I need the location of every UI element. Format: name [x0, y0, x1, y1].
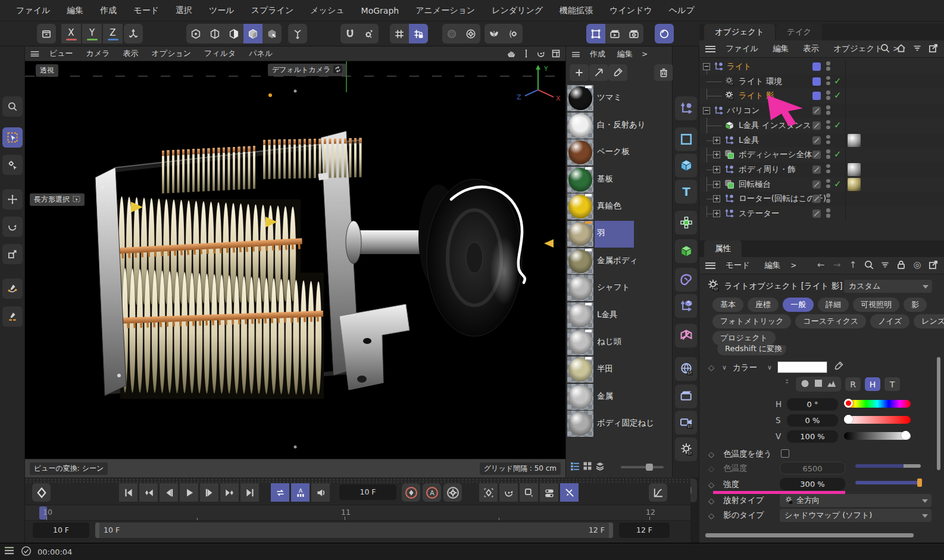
- color-system-r-button[interactable]: R: [845, 377, 861, 391]
- range-handle-end[interactable]: [609, 523, 613, 538]
- visibility-dots[interactable]: [826, 105, 830, 116]
- layer-color-toggle[interactable]: [812, 121, 821, 130]
- visibility-dot-editor[interactable]: [826, 149, 830, 154]
- visibility-dots[interactable]: [826, 135, 830, 146]
- visibility-dots[interactable]: [826, 120, 830, 131]
- snap-magnet-button[interactable]: [340, 24, 360, 43]
- hsv-h-knob[interactable]: [844, 399, 853, 408]
- layer-color-toggle[interactable]: [812, 62, 821, 71]
- next-key-button[interactable]: [220, 483, 239, 502]
- menubar-item-12[interactable]: ウインドウ: [602, 3, 660, 18]
- color-temp-slider[interactable]: [855, 464, 921, 468]
- queue-list-icon[interactable]: [5, 546, 15, 557]
- visibility-dot-render[interactable]: [826, 67, 830, 71]
- visibility-dot-render[interactable]: [826, 155, 830, 159]
- material-item[interactable]: L金具: [566, 302, 673, 329]
- projection-label[interactable]: 透視: [36, 64, 58, 77]
- material-menu-1[interactable]: 編集: [612, 48, 638, 61]
- attr-tab-レンズ効果[interactable]: レンズ効果: [914, 314, 944, 329]
- visibility-dot-editor[interactable]: [826, 164, 830, 168]
- filter-icon[interactable]: [879, 259, 891, 271]
- attr-tab-フォトメトリック[interactable]: フォトメトリック: [712, 314, 791, 329]
- visibility-dots[interactable]: [826, 149, 830, 160]
- layer-color-toggle[interactable]: [812, 180, 821, 189]
- points-mode-button[interactable]: [186, 24, 205, 43]
- menubar-item-3[interactable]: モード: [126, 3, 167, 18]
- create-sky-button[interactable]: ST: [675, 357, 697, 381]
- back-icon[interactable]: ←: [815, 259, 827, 271]
- viewport-menu-0[interactable]: ビュー: [43, 47, 79, 60]
- visibility-dot-editor[interactable]: [826, 179, 830, 183]
- expand-toggle[interactable]: −: [703, 63, 710, 70]
- material-thumbnail[interactable]: [567, 139, 593, 165]
- add-material-button[interactable]: [570, 64, 589, 81]
- attr-tab-プロジェクト[interactable]: プロジェクト: [712, 331, 776, 345]
- object-row[interactable]: +L金具: [699, 133, 944, 148]
- color-temp-field[interactable]: 6500: [780, 462, 845, 474]
- grid-toggle-button[interactable]: [390, 24, 409, 43]
- rect-select-tool-button[interactable]: [2, 127, 23, 148]
- object-name[interactable]: L金具: [739, 135, 759, 146]
- object-row[interactable]: STライト 影✓: [699, 89, 944, 103]
- visibility-dot-editor[interactable]: [826, 208, 830, 212]
- layer-color-toggle[interactable]: [812, 107, 821, 115]
- move-tool-button[interactable]: [2, 189, 23, 209]
- keyframe-settings-button[interactable]: [443, 483, 462, 502]
- visibility-dot-editor[interactable]: [826, 90, 830, 95]
- menubar-item-13[interactable]: ヘルプ: [661, 3, 702, 18]
- use-temp-key-diamond[interactable]: ◇: [708, 450, 714, 459]
- material-item[interactable]: 金属: [566, 384, 673, 411]
- enabled-check-icon[interactable]: ✓: [834, 149, 842, 159]
- shadow-type-key-diamond[interactable]: ◇: [708, 511, 714, 520]
- visibility-dots[interactable]: [826, 193, 830, 204]
- object-row[interactable]: +ボディ周り・飾: [699, 162, 944, 177]
- attribute-menu-1[interactable]: 編集: [758, 259, 787, 272]
- object-row[interactable]: +ステーター: [699, 207, 944, 221]
- create-axis-cube-button[interactable]: [675, 294, 697, 318]
- layer-color-toggle[interactable]: [812, 209, 821, 218]
- visibility-dot-render[interactable]: [826, 214, 830, 218]
- object-manager-menu-icon[interactable]: [705, 46, 715, 52]
- material-thumbnail[interactable]: [567, 85, 593, 111]
- create-plane-button[interactable]: [675, 127, 697, 151]
- visibility-dots[interactable]: [826, 208, 830, 219]
- attr-tab-可視照明[interactable]: 可視照明: [853, 298, 899, 312]
- goto-end-button[interactable]: [240, 483, 259, 502]
- key-parameters-button[interactable]: [540, 483, 558, 502]
- object-manager-tab-0[interactable]: オブジェクト: [704, 24, 775, 40]
- menubar-item-9[interactable]: アニメーション: [408, 3, 483, 18]
- light-type-dropdown[interactable]: 全方向: [780, 494, 932, 507]
- key-position-button[interactable]: [479, 483, 498, 502]
- preset-dropdown[interactable]: カスタム: [844, 280, 932, 293]
- intensity-key-diamond[interactable]: ◇: [708, 480, 714, 489]
- material-item[interactable]: 白・反射あり: [566, 112, 673, 139]
- color-swatch-icon[interactable]: [815, 380, 822, 389]
- export-icon[interactable]: [927, 259, 939, 271]
- color-mode-icon[interactable]: ∨: [767, 364, 772, 371]
- fcurve-button[interactable]: [649, 483, 667, 502]
- object-name[interactable]: バリコン: [727, 105, 759, 116]
- material-sphere-button[interactable]: [655, 24, 674, 43]
- create-camera-button[interactable]: ST: [675, 411, 697, 434]
- color-key-diamond[interactable]: ◇: [708, 363, 714, 372]
- menubar-item-7[interactable]: メッシュ: [302, 3, 352, 18]
- object-manager-tab-1[interactable]: テイク: [776, 24, 822, 40]
- material-thumbnail[interactable]: [567, 112, 593, 139]
- object-name[interactable]: ボディシャーシ全体: [739, 149, 812, 160]
- attr-tab-コースティクス[interactable]: コースティクス: [795, 314, 866, 329]
- viewport-menu-5[interactable]: パネル: [243, 47, 279, 60]
- viewport-menu-1[interactable]: カメラ: [80, 47, 116, 60]
- object-name[interactable]: ボディ周り・飾: [739, 164, 796, 175]
- texture-tag-thumbnail[interactable]: [848, 178, 861, 191]
- workplane-lock-button[interactable]: [409, 24, 428, 43]
- filter-icon[interactable]: [911, 42, 923, 54]
- camera-cycle-icon[interactable]: [333, 65, 342, 75]
- next-frame-button[interactable]: [200, 483, 218, 502]
- material-item[interactable]: 基板: [566, 167, 673, 193]
- material-item[interactable]: ベーク板: [566, 139, 673, 166]
- object-row[interactable]: +ローター(回転はこの子): [699, 192, 944, 206]
- attr-tab-ノイズ[interactable]: ノイズ: [870, 314, 909, 329]
- hsv-v-field[interactable]: 100 %: [787, 430, 838, 443]
- polygons-mode-button[interactable]: [224, 24, 243, 43]
- layer-color-toggle[interactable]: [812, 165, 821, 174]
